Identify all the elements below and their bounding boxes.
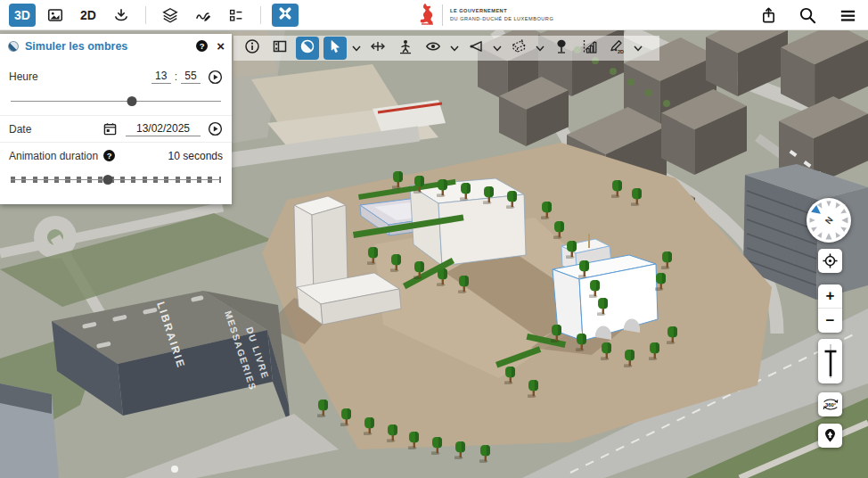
duration-slider-line <box>11 179 221 180</box>
split-view-icon <box>272 38 288 58</box>
hour-play-button[interactable] <box>208 70 223 85</box>
checklist-icon <box>227 6 245 24</box>
image-icon <box>46 6 64 24</box>
main-toolbar: 3D 2D LE GOUVERNEMENT DU GRAND-DUCHÉ DE … <box>0 0 868 30</box>
view-2d-button[interactable]: 2D <box>75 4 102 27</box>
tools-3d-toolbar: 2D <box>233 36 659 61</box>
download-icon <box>112 6 130 24</box>
rotate-360-label: 360° <box>824 402 836 408</box>
time-separator: : <box>175 70 177 83</box>
target-icon <box>822 252 839 269</box>
crossed-tools-icon <box>276 4 294 25</box>
view-cone-icon <box>468 38 484 58</box>
info-icon <box>244 38 260 58</box>
pedestrian-icon <box>397 38 414 58</box>
zoom-in-button[interactable]: + <box>818 284 842 309</box>
location-pin-icon <box>822 427 839 444</box>
eye-icon <box>425 38 441 58</box>
panel-title: Simuler les ombres <box>25 40 191 53</box>
date-input[interactable]: 13/02/2025 <box>126 122 201 136</box>
duration-label: Animation duration <box>9 150 98 162</box>
logo-divider <box>442 4 443 26</box>
zoom-control: + − <box>818 284 842 333</box>
hour-slider-track[interactable] <box>11 101 221 102</box>
background-image-button[interactable] <box>42 4 69 27</box>
logo-line2: DU GRAND-DUCHÉ DE LUXEMBOURG <box>450 15 553 24</box>
clipping-tool-button[interactable] <box>507 37 530 60</box>
hour-input[interactable]: 13 <box>151 70 171 84</box>
view-cone-tool-button[interactable] <box>464 37 487 60</box>
date-label: Date <box>9 123 103 136</box>
info-tool-button[interactable] <box>241 37 264 60</box>
measure-tool-button[interactable] <box>366 37 389 60</box>
luxembourg-lion-icon <box>417 2 437 29</box>
tilt-slider-icon <box>822 342 839 380</box>
shadow-tool-button[interactable] <box>296 37 319 60</box>
duration-slider-handle[interactable] <box>102 175 112 185</box>
duration-slider[interactable] <box>11 170 221 190</box>
pencil-2d-icon: 2D <box>609 38 625 58</box>
elevation-profile-tool-button[interactable] <box>577 37 601 60</box>
draw-2d-tool-button[interactable]: 2D <box>605 37 628 60</box>
clip-box-icon <box>511 38 527 58</box>
shadow-simulation-panel: Simuler les ombres ? × Heure 13 : 55 Dat… <box>0 34 232 204</box>
minute-input[interactable]: 55 <box>181 70 201 84</box>
rotate-360-button[interactable]: 360° <box>818 392 842 416</box>
compass-control[interactable]: N <box>807 198 851 243</box>
cursor-icon <box>327 38 343 58</box>
menu-button[interactable] <box>839 6 857 25</box>
layers-icon <box>161 6 179 24</box>
duration-help-button[interactable]: ? <box>103 150 115 161</box>
layer-list-button[interactable] <box>223 4 250 27</box>
share-button[interactable] <box>760 6 777 25</box>
hour-label: Heure <box>9 70 151 83</box>
select-tool-button[interactable] <box>323 37 347 60</box>
calendar-icon[interactable] <box>103 122 117 136</box>
compare-tool-button[interactable] <box>268 37 291 60</box>
duration-value: 10 seconds <box>168 150 223 162</box>
geolocate-button[interactable] <box>818 249 842 273</box>
logo-line1: LE GOUVERNEMENT <box>450 7 553 16</box>
download-button[interactable] <box>108 4 135 27</box>
visibility-tool-button[interactable] <box>422 37 445 60</box>
zoom-out-button[interactable]: − <box>818 309 842 333</box>
tools-3d-button[interactable] <box>272 4 299 27</box>
clipping-tool-dropdown[interactable] <box>535 37 545 60</box>
tree-icon <box>553 38 569 58</box>
shadow-icon <box>299 38 315 58</box>
view-3d-button[interactable]: 3D <box>9 4 36 27</box>
draw-2d-label: 2D <box>618 49 624 54</box>
hour-slider-handle[interactable] <box>127 96 136 106</box>
toolbar-separator <box>260 6 261 24</box>
government-logo: LE GOUVERNEMENT DU GRAND-DUCHÉ DE LUXEMB… <box>417 3 553 28</box>
hour-slider[interactable] <box>11 92 221 111</box>
draw-2d-tool-dropdown[interactable] <box>633 37 643 60</box>
street-level-button[interactable] <box>818 424 842 448</box>
vegetation-tool-button[interactable] <box>550 37 573 60</box>
draw-icon <box>194 6 212 24</box>
date-play-button[interactable] <box>208 121 223 136</box>
visibility-tool-dropdown[interactable] <box>449 37 460 60</box>
rotate-360-icon: 360° <box>821 396 840 413</box>
profile-chart-icon <box>581 38 597 58</box>
layers-button[interactable] <box>157 4 184 27</box>
panel-help-button[interactable]: ? <box>196 40 208 52</box>
toolbar-separator <box>145 6 146 24</box>
draw-button[interactable] <box>190 4 217 27</box>
map-viewport[interactable]: LIBRAIRIE MESSAGERIES DU LIVRE <box>0 30 868 478</box>
measure-icon <box>370 38 386 58</box>
search-button[interactable] <box>798 6 817 25</box>
shadow-panel-icon <box>7 40 20 53</box>
select-tool-dropdown[interactable] <box>351 37 362 60</box>
tilt-slider-control[interactable] <box>818 339 842 383</box>
view-cone-tool-dropdown[interactable] <box>492 37 503 60</box>
pedestrian-tool-button[interactable] <box>394 37 417 60</box>
panel-close-button[interactable]: × <box>217 40 225 52</box>
